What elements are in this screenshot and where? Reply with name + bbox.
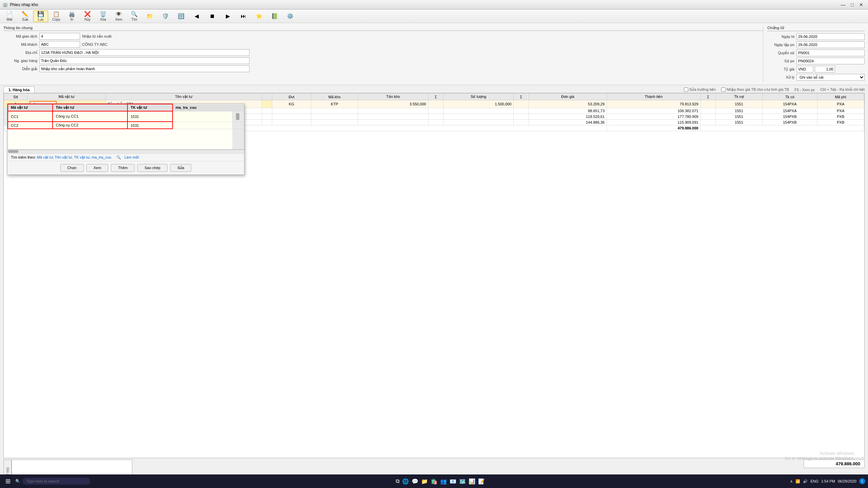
xu-ly-row: Xử lý Ghi vào sổ cái [767, 74, 865, 81]
cell-divider [262, 100, 272, 108]
maximize-button[interactable]: □ [849, 2, 856, 7]
taskbar-skype-icon[interactable]: 💬 [412, 478, 418, 485]
cell-sigma1 [428, 120, 443, 125]
star-button[interactable]: ⭐ [252, 11, 267, 22]
start-button[interactable]: ⊞ [3, 476, 13, 486]
cell-ma-kho [311, 120, 358, 125]
quyen-so-input[interactable] [796, 49, 865, 56]
xu-ly-select[interactable]: Ghi vào sổ cái [796, 74, 865, 81]
ty-gia-row: Tỷ giá [767, 66, 865, 73]
sua-button[interactable]: Sửa [170, 164, 191, 172]
folder-button[interactable]: 📁 [142, 11, 157, 22]
chon-button[interactable]: Chọn [60, 164, 84, 172]
tab-hang-hoa[interactable]: 1. Hàng hóa [3, 86, 35, 93]
nhap-theo-gia-tb-label: Nhập theo giá TB cho v.tư tính giá TB [727, 87, 789, 92]
search-fields-link[interactable]: Mã vật tư, Tên vật tư, TK vật tư, ma_tra… [37, 155, 112, 159]
chevron-icon[interactable]: ∧ [790, 479, 793, 484]
nhap-theo-gia-tb-checkbox[interactable] [721, 87, 726, 92]
next-button[interactable]: ▶ [220, 11, 235, 22]
ty-gia-value-input[interactable] [815, 66, 835, 73]
col-dvt: Đvt [272, 94, 311, 100]
ngay-ht-label: Ngày ht [767, 35, 794, 39]
last-button[interactable]: ⏭ [236, 11, 251, 22]
sao-chep-button[interactable]: Sao chép [137, 164, 167, 172]
total-thanh-tien: 479.886.000 [607, 125, 701, 131]
grand-total-value: 479.886.000 [836, 461, 860, 466]
col-ma-kho: Mã kho [311, 94, 358, 100]
taskbar-edge-icon[interactable]: 🌐 [402, 478, 409, 485]
ngay-ht-input[interactable] [796, 33, 865, 40]
cell-dvt: KG [272, 100, 311, 108]
close-button[interactable]: ✕ [857, 2, 865, 7]
cell-ma-phi: PXA [817, 100, 864, 108]
cell-don-gia: 88.651,73 [529, 108, 607, 114]
taskbar-search-input[interactable] [22, 478, 90, 485]
dropdown-row[interactable]: CC2 Công cụ CC2 1531 [8, 122, 244, 129]
them-button[interactable]: Thêm [111, 164, 135, 172]
notification-badge[interactable]: 5 [859, 478, 865, 484]
ma-giao-dich-input[interactable] [39, 33, 80, 40]
cancel-button[interactable]: ❌ Hủy [80, 11, 95, 22]
taskbar-maps-icon[interactable]: 🗺️ [459, 478, 466, 485]
taskbar-powerpoint-icon[interactable]: 📊 [469, 478, 475, 485]
delete-button[interactable]: 🗑️ Xóa [96, 11, 111, 22]
print-button[interactable]: 🖨️ In [64, 11, 79, 22]
dia-chi-input[interactable] [39, 49, 250, 56]
edit-button[interactable]: ✏️ Sửa [18, 11, 33, 22]
sua-truong-tien-option[interactable]: Sửa trường tiền [684, 87, 716, 92]
ty-gia-currency-input[interactable] [796, 66, 813, 73]
cell-divider [262, 120, 272, 125]
ng-giao-hang-input[interactable] [39, 57, 250, 64]
find-button[interactable]: 🔍 Tìm [127, 11, 142, 22]
save-button[interactable]: 💾 Lưu [33, 11, 48, 22]
cell-ton-kho [358, 120, 428, 125]
settings-button[interactable]: ⚙️ [283, 11, 298, 22]
taskbar-outlook-icon[interactable]: 📧 [450, 478, 456, 485]
dropdown-cell-ten-vat-tu: Công cụ CC2 [53, 122, 127, 129]
cell-tk-co: 154PXA [763, 108, 817, 114]
cell-ton-kho: 3.550,000 [358, 100, 428, 108]
prev-button[interactable]: ◀ [189, 11, 204, 22]
shield-button[interactable]: 🛡️ [158, 11, 173, 22]
taskbar: ⊞ 🔍 ⧉ 🌐 💬 📁 🛍️ 👥 📧 🗺️ 📊 📝 ∧ 📶 🔊 ENG 1:54… [0, 474, 868, 488]
taskbar-store-icon[interactable]: 🛍️ [431, 478, 437, 485]
task-view-icon[interactable]: ⧉ [396, 478, 399, 484]
cell-sigma2 [514, 100, 529, 108]
minimize-button[interactable]: — [839, 2, 848, 7]
copy-icon: 📋 [53, 11, 60, 17]
book-button[interactable]: 📗 [267, 11, 282, 22]
window-controls: — □ ✕ [839, 2, 865, 7]
taskbar-folder-icon[interactable]: 📁 [421, 478, 428, 485]
calc-button[interactable]: 🔢 [174, 11, 189, 22]
table-wrapper[interactable]: Stt Mã vật tư Tên vật tư Đvt Mã kho Tồn … [3, 93, 865, 458]
nhap-theo-gia-tb-option[interactable]: Nhập theo giá TB cho v.tư tính giá TB [721, 87, 789, 92]
cong-ty-abc: CÔNG TY ABC [82, 42, 107, 46]
stop-button[interactable]: ⏹ [205, 11, 220, 22]
taskbar-right: ∧ 📶 🔊 ENG 1:54 PM 06/29/2020 5 [790, 478, 865, 484]
copy-button[interactable]: 📋 Copy [49, 11, 64, 22]
total-filler [701, 125, 864, 131]
shield-icon: 🛡️ [162, 13, 169, 19]
cell-tk-no: 1551 [715, 100, 762, 108]
dien-giai-input[interactable] [39, 65, 250, 72]
dropdown-hscroll[interactable] [7, 149, 244, 154]
cell-ma-phi: PXB [817, 114, 864, 120]
ma-khach-input[interactable] [39, 41, 80, 48]
taskbar-teams-icon[interactable]: 👥 [440, 478, 447, 485]
ma-khach-row: Mã khách CÔNG TY ABC [3, 41, 763, 48]
dropdown-col-tk-vat-tu: TK vật tư [127, 104, 172, 111]
xem-button[interactable]: Xem [86, 164, 108, 172]
ngay-lap-pn-input[interactable] [796, 41, 865, 48]
new-button[interactable]: 📄 Mới [2, 11, 17, 22]
taskbar-word-icon[interactable]: 📝 [478, 478, 485, 485]
tab-hang-hoa-label: 1. Hàng hóa [8, 88, 29, 92]
dropdown-row[interactable]: CC1 Công cụ CC1 1531 [8, 111, 244, 122]
dropdown-cell-ma-tra-cuu [173, 111, 233, 122]
lam-moi-link[interactable]: Làm mới [124, 155, 139, 159]
cell-thanh-tien: 177.780.909 [607, 114, 701, 120]
so-pn-input[interactable] [796, 58, 865, 64]
cell-ton-kho [358, 114, 428, 120]
sua-truong-tien-checkbox[interactable] [684, 87, 688, 92]
table-options: Sửa trường tiền Nhập theo giá TB cho v.t… [684, 87, 865, 92]
view-button[interactable]: 👁️ Xem [111, 11, 126, 22]
